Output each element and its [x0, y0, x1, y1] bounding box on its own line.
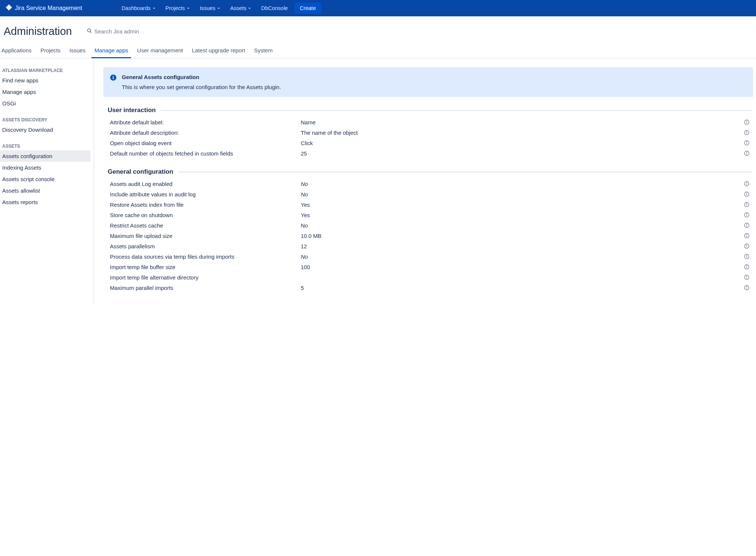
svg-point-12 — [746, 142, 747, 142]
svg-point-36 — [746, 245, 747, 245]
config-row-value: Yes — [301, 212, 741, 218]
config-row: Restore Assets index from fileYes — [108, 199, 752, 210]
svg-point-21 — [746, 193, 747, 193]
tab-issues[interactable]: Issues — [65, 43, 90, 58]
config-row-label: Attribute default label: — [108, 119, 301, 125]
nav-item-dashboards[interactable]: Dashboards — [118, 3, 159, 13]
sidebar-section-header: ATLASSIAN MARKETPLACE — [2, 65, 91, 75]
sidebar-section-header: ASSETS DISCOVERY — [2, 114, 91, 124]
admin-header: Administration Search Jira admin — [0, 16, 756, 43]
sidebar-item-find-new-apps[interactable]: Find new apps — [0, 75, 91, 86]
svg-point-6 — [746, 121, 747, 121]
config-row: Assets audit Log enabledNo — [108, 179, 752, 189]
tab-user-management[interactable]: User management — [133, 43, 187, 58]
info-panel-title: General Assets configuration — [122, 74, 281, 80]
info-panel-body: This is where you set general configurat… — [122, 84, 281, 90]
sidebar-item-osgi[interactable]: OSGi — [0, 98, 91, 109]
info-icon[interactable] — [741, 254, 752, 259]
config-row-value: 100 — [301, 264, 741, 270]
info-icon[interactable] — [741, 222, 752, 228]
sidebar-item-discovery-download[interactable]: Discovery Download — [0, 124, 91, 135]
nav-item-label: Assets — [230, 5, 247, 11]
config-row: Default number of objects fetched in cus… — [108, 148, 752, 158]
nav-item-assets[interactable]: Assets — [227, 3, 255, 13]
section-title: User interaction — [108, 107, 156, 114]
config-section: User interactionAttribute default label:… — [103, 107, 756, 158]
svg-rect-4 — [113, 77, 114, 79]
search-icon — [87, 28, 92, 35]
config-row-label: Import temp file buffer size — [108, 264, 301, 270]
config-row-value: No — [301, 222, 741, 229]
product-logo[interactable]: Jira Service Management — [5, 4, 82, 13]
tab-system[interactable]: System — [250, 43, 277, 58]
config-row: Store cache on shutdownYes — [108, 210, 752, 220]
svg-point-39 — [746, 255, 747, 256]
config-row-label: Attribute default description: — [108, 130, 301, 136]
svg-point-18 — [746, 183, 747, 183]
svg-point-24 — [746, 203, 747, 204]
svg-point-30 — [746, 224, 747, 225]
chevron-down-icon — [186, 5, 190, 11]
info-icon[interactable] — [741, 119, 752, 125]
nav-item-issues[interactable]: Issues — [196, 3, 224, 13]
nav-item-projects[interactable]: Projects — [162, 3, 194, 13]
svg-point-27 — [746, 214, 747, 214]
chevron-down-icon — [152, 5, 156, 11]
config-row: Open object dialog eventClick — [108, 138, 752, 148]
nav-item-dbconsole[interactable]: DbConsole — [257, 3, 291, 13]
config-row-label: Restore Assets index from file — [108, 202, 301, 208]
info-icon[interactable] — [741, 233, 752, 239]
svg-point-0 — [88, 29, 91, 32]
tab-projects[interactable]: Projects — [36, 43, 65, 58]
config-row-value: 5 — [301, 285, 741, 291]
sidebar-item-assets-reports[interactable]: Assets reports — [0, 196, 91, 208]
sidebar-item-indexing-assets[interactable]: Indexing Assets — [0, 162, 91, 173]
tab-manage-apps[interactable]: Manage apps — [90, 43, 133, 58]
svg-point-33 — [746, 235, 747, 235]
config-row-label: Restrict Assets cache — [108, 222, 301, 229]
config-row-label: Default number of objects fetched in cus… — [108, 150, 301, 157]
main-content: General Assets configuration This is whe… — [94, 58, 756, 304]
sidebar: ATLASSIAN MARKETPLACEFind new appsManage… — [0, 58, 94, 304]
config-row-value: 25 — [301, 150, 741, 157]
nav-item-label: Projects — [166, 5, 185, 11]
chevron-down-icon — [248, 5, 251, 11]
info-icon[interactable] — [741, 202, 752, 207]
config-row: Attribute default description:The name o… — [108, 127, 752, 138]
info-icon[interactable] — [741, 285, 752, 291]
config-row-label: Process data sources via temp files duri… — [108, 254, 301, 260]
sidebar-item-manage-apps[interactable]: Manage apps — [0, 86, 91, 98]
config-row-label: Maximum file upload size — [108, 233, 301, 239]
svg-point-3 — [113, 76, 114, 77]
tab-latest-upgrade-report[interactable]: Latest upgrade report — [188, 43, 250, 58]
create-button[interactable]: Create — [294, 3, 321, 14]
info-icon[interactable] — [741, 150, 752, 156]
config-row-label: Open object dialog event — [108, 140, 301, 146]
sidebar-item-assets-script-console[interactable]: Assets script console — [0, 173, 91, 185]
config-row-value: No — [301, 254, 741, 260]
admin-search[interactable]: Search Jira admin — [87, 28, 139, 35]
svg-point-15 — [746, 152, 747, 153]
info-icon[interactable] — [741, 264, 752, 270]
info-icon[interactable] — [741, 243, 752, 249]
config-row: Attribute default label:Name — [108, 117, 752, 127]
info-icon[interactable] — [741, 191, 752, 197]
config-row-value: Yes — [301, 202, 741, 208]
config-row-value: 10.0 MB — [301, 233, 741, 239]
info-icon[interactable] — [741, 181, 752, 187]
config-row: Process data sources via temp files duri… — [108, 251, 752, 262]
config-row-label: Include attribute values in audit log — [108, 191, 301, 197]
info-icon[interactable] — [741, 274, 752, 280]
sidebar-item-assets-configuration[interactable]: Assets configuration — [0, 150, 91, 162]
section-divider — [179, 172, 752, 172]
config-row: Maximum parallel imports5 — [108, 282, 752, 293]
tab-applications[interactable]: Applications — [1, 43, 36, 58]
info-icon — [110, 74, 117, 90]
info-icon[interactable] — [741, 130, 752, 135]
page-body: ATLASSIAN MARKETPLACEFind new appsManage… — [0, 58, 756, 304]
config-section: General configurationAssets audit Log en… — [103, 168, 756, 293]
info-icon[interactable] — [741, 212, 752, 218]
sidebar-item-assets-allowlist[interactable]: Assets allowlist — [0, 185, 91, 196]
svg-point-45 — [746, 276, 747, 277]
info-icon[interactable] — [741, 140, 752, 146]
